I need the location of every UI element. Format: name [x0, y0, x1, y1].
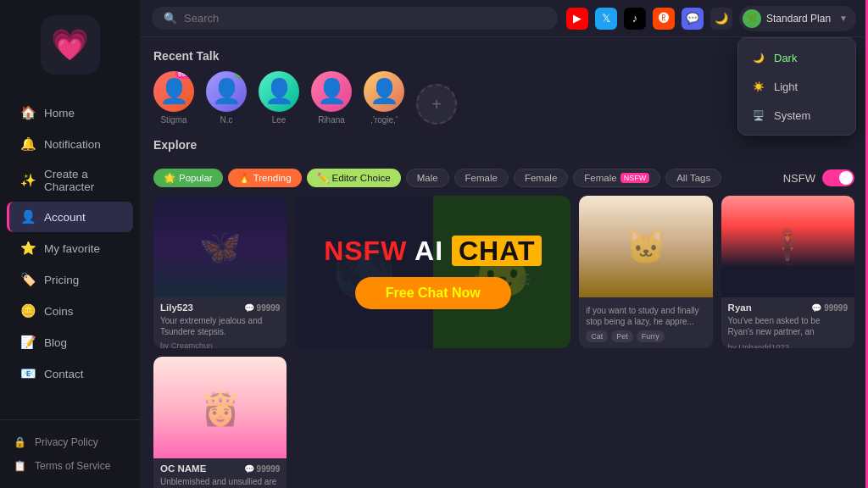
sidebar-item-my-favorite[interactable]: ⭐ My favorite — [7, 233, 133, 263]
card-author: by Creamchun — [160, 341, 280, 348]
chat-now-text: Chat Now — [418, 286, 481, 300]
sidebar-item-pricing[interactable]: 🏷️ Pricing — [7, 264, 133, 295]
avatar-image: 👤 — [259, 71, 299, 112]
toggle-knob — [839, 171, 853, 185]
dropdown-item-dark[interactable]: 🌙 Dark — [738, 43, 855, 72]
home-icon: 🏠 — [20, 105, 36, 120]
card-message-count: 💬 99999 — [811, 303, 848, 313]
filter-label: Female — [525, 173, 557, 183]
avatar-rogie[interactable]: 👤 ,'rogie,' — [364, 71, 404, 125]
avatar-rihana[interactable]: 👤 Rihana — [311, 71, 352, 125]
sidebar-item-coins[interactable]: 🪙 Coins — [7, 296, 133, 326]
create-icon: ✨ — [20, 173, 36, 188]
filter-label: Female — [465, 173, 498, 183]
chevron-down-icon: ▼ — [839, 14, 848, 23]
terms-label: Terms of Service — [35, 460, 110, 472]
footer-terms[interactable]: 📋 Terms of Service — [7, 454, 133, 478]
card-image: 👸 — [153, 357, 287, 458]
filter-female2[interactable]: Female — [514, 169, 568, 187]
twitter-icon[interactable]: 𝕏 — [595, 8, 617, 30]
card-lily523[interactable]: 🦋 Lily523 💬 99999 Your extremely jealous… — [153, 196, 287, 348]
filter-label: Female — [584, 173, 616, 183]
card-name-row: Ryan 💬 99999 — [728, 302, 848, 313]
main-content: 🔍 ▶ 𝕏 ♪ 🅡 💬 🌙 🌿 Standard Plan ▼ 🌙 Dark ☀… — [140, 0, 868, 488]
avatar-image: 12 👤 — [206, 71, 247, 112]
avatar-badge: 12 — [236, 71, 247, 79]
dark-icon: 🌙 — [752, 51, 765, 64]
sidebar-item-blog[interactable]: 📝 Blog — [7, 327, 133, 358]
sidebar-item-contact[interactable]: 📧 Contact — [7, 358, 133, 389]
avatar-stigma[interactable]: 999+ 👤 Stigma — [153, 71, 194, 125]
sidebar-item-notification[interactable]: 🔔 Notification — [7, 129, 133, 159]
card-image: 🕴️ — [721, 196, 854, 297]
promo-ai-text: AI — [415, 236, 443, 266]
reddit-icon[interactable]: 🅡 — [653, 8, 675, 30]
filter-male[interactable]: Male — [406, 169, 449, 187]
header: 🔍 ▶ 𝕏 ♪ 🅡 💬 🌙 🌿 Standard Plan ▼ — [140, 0, 868, 37]
avatar-label: N.c — [220, 115, 233, 125]
dropdown-item-system[interactable]: 🖥️ System — [738, 101, 855, 130]
card-character-name: Ryan — [728, 302, 752, 313]
search-bar[interactable]: 🔍 — [152, 7, 558, 30]
search-icon: 🔍 — [164, 12, 177, 25]
contact-icon: 📧 — [20, 366, 36, 381]
avatar-label: Stigma — [160, 115, 186, 125]
avatar-image: 👤 — [364, 71, 404, 112]
free-text: Free — [386, 286, 418, 300]
promo-button[interactable]: Free Chat Now — [355, 277, 511, 309]
footer-privacy[interactable]: 🔒 Privacy Policy — [7, 430, 133, 454]
dropdown-label: Dark — [774, 52, 797, 64]
popular-icon: 🌟 — [164, 172, 175, 184]
search-input[interactable] — [184, 12, 546, 25]
avatar-label: Lee — [272, 115, 287, 125]
filter-label: Editor Choice — [332, 173, 391, 183]
sidebar-item-label: Coins — [44, 305, 74, 318]
card-oc-name[interactable]: 👸 OC NAME 💬 99999 Unblemished and unsull… — [153, 357, 287, 488]
card-character-name: OC NAME — [160, 463, 206, 474]
filter-female-nsfw[interactable]: Female NSFW — [573, 169, 660, 187]
avatar: 🌿 — [743, 9, 761, 28]
sidebar-item-create-character[interactable]: ✨ Create a Character — [7, 160, 133, 201]
filter-all-tags[interactable]: All Tags — [665, 169, 721, 187]
promo-card[interactable]: 🌑 🐱 NSFW AI CHAT Free Chat Now — [295, 196, 570, 348]
avatar-image: 👤 — [311, 71, 352, 112]
sidebar-item-label: Home — [44, 107, 75, 119]
card-name-row: OC NAME 💬 99999 — [160, 463, 280, 474]
avatar-lee[interactable]: 👤 Lee — [259, 71, 299, 125]
discord-icon[interactable]: 💬 — [682, 8, 704, 30]
card-author: by Unhandd1023 — [728, 342, 848, 348]
explore-header: Explore — [153, 138, 854, 160]
tag-pet: Pet — [611, 330, 633, 342]
card-ryan[interactable]: 🕴️ Ryan 💬 99999 You've been asked to be … — [721, 196, 854, 348]
card-tags: Cat Pet Furry — [586, 330, 705, 342]
filter-editor[interactable]: ✏️ Editor Choice — [307, 169, 401, 187]
tiktok-icon[interactable]: ♪ — [624, 8, 646, 30]
avatar-label: Rihana — [318, 115, 345, 125]
youtube-icon[interactable]: ▶ — [566, 8, 588, 30]
promo-headline: NSFW AI CHAT — [324, 236, 542, 267]
nsfw-toggle-switch[interactable] — [822, 169, 854, 186]
filter-popular[interactable]: 🌟 Popular — [153, 169, 223, 187]
sidebar-item-account[interactable]: 👤 Account — [7, 202, 133, 232]
sidebar: 💗 🏠 Home 🔔 Notification ✨ Create a Chara… — [0, 0, 140, 488]
add-avatar-button[interactable]: + — [416, 84, 457, 125]
theme-icon[interactable]: 🌙 — [710, 8, 732, 30]
plan-badge[interactable]: 🌿 Standard Plan ▼ — [739, 6, 856, 31]
filter-tags: 🌟 Popular 🔥 Trending ✏️ Editor Choice Ma… — [153, 169, 721, 187]
notification-icon: 🔔 — [20, 136, 36, 152]
filter-label: Popular — [179, 173, 213, 183]
dropdown-item-light[interactable]: ☀️ Light — [738, 72, 855, 101]
filter-trending[interactable]: 🔥 Trending — [228, 169, 302, 187]
filter-female1[interactable]: Female — [454, 169, 509, 187]
avatar-image: 999+ 👤 — [153, 71, 194, 112]
card-name-row: Lily523 💬 99999 — [160, 302, 280, 313]
filter-label: Male — [417, 173, 438, 183]
cards-grid: 🦋 Lily523 💬 99999 Your extremely jealous… — [153, 196, 854, 488]
editor-icon: ✏️ — [317, 172, 329, 184]
card-description: Unblemished and unsullied are the princi… — [160, 476, 280, 488]
sidebar-item-home[interactable]: 🏠 Home — [7, 97, 133, 128]
avatar-nc[interactable]: 12 👤 N.c — [206, 71, 247, 125]
card-description: You've been asked to be Ryan's new partn… — [728, 315, 848, 339]
card-gun[interactable]: 🐱 if you want to study and finally stop … — [579, 196, 712, 348]
tag-cat: Cat — [586, 330, 608, 342]
